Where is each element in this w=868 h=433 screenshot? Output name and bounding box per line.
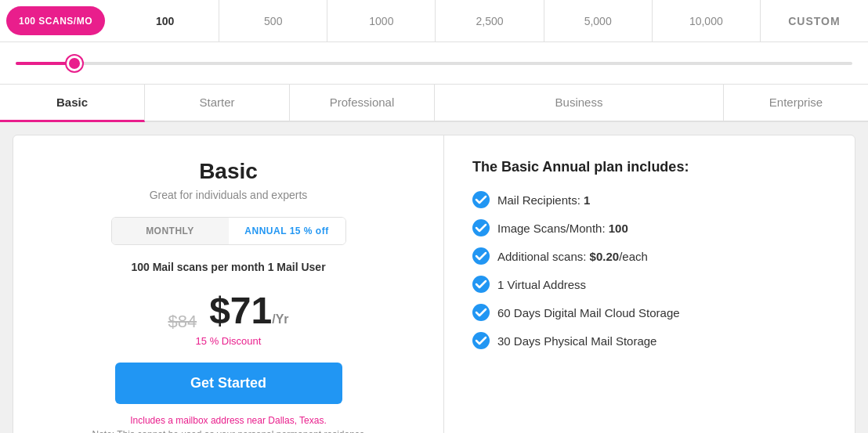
top-bar-item-1000[interactable]: 1000 [327,0,436,41]
check-icon-recipients [472,191,490,208]
tab-enterprise[interactable]: Enterprise [724,85,868,121]
scans-badge[interactable]: 100 SCANS/MO [6,6,105,35]
includes-title: The Basic Annual plan includes: [472,159,826,175]
check-icon-additional [472,247,490,265]
left-panel: Basic Great for individuals and experts … [13,135,444,433]
feature-text-address: 1 Virtual Address [497,278,586,291]
svg-point-3 [472,276,490,293]
feature-item-cloud: 60 Days Digital Mail Cloud Storage [472,304,826,321]
check-icon-address [472,276,490,293]
top-bar-item-2500[interactable]: 2,500 [436,0,544,41]
tab-basic[interactable]: Basic [0,85,145,122]
svg-point-5 [472,332,490,349]
feature-item-scans: Image Scans/Month: 100 [472,219,826,236]
price-period: /Yr [272,312,288,326]
top-bar-item-500[interactable]: 500 [219,0,327,41]
annual-label: ANNUAL [244,226,286,236]
top-bar-item-10000[interactable]: 10,000 [653,0,761,41]
plan-description: 100 Mail scans per month 1 Mail User [45,261,412,273]
slider-thumb[interactable] [67,56,82,71]
plan-subtitle: Great for individuals and experts [45,189,412,201]
discount-label: 15 % Discount [45,335,412,347]
billing-monthly[interactable]: MONTHLY [112,218,229,244]
top-bar: 100 SCANS/MO 100 500 1000 2,500 5,000 10… [0,0,868,42]
feature-text-additional: Additional scans: $0.20/each [497,250,648,263]
price-old: $84 [168,312,197,332]
feature-text-recipients: Mail Recipients: 1 [497,193,590,207]
residence-note: Note: This cannot be used as your person… [45,429,412,433]
check-icon-physical [472,332,490,349]
price-new: $71/Yr [209,289,288,332]
check-icon-cloud [472,304,490,321]
feature-item-address: 1 Virtual Address [472,276,826,293]
feature-list: Mail Recipients: 1 Image Scans/Month: 10… [472,191,826,349]
svg-point-2 [472,247,490,265]
get-started-button[interactable]: Get Started [115,363,342,404]
tab-starter[interactable]: Starter [145,85,290,121]
price-row: $84 $71/Yr [45,289,412,332]
svg-point-4 [472,304,490,321]
feature-text-scans: Image Scans/Month: 100 [497,222,628,235]
feature-item-additional: Additional scans: $0.20/each [472,247,826,265]
top-bar-item-custom[interactable]: CUSTOM [761,0,868,41]
billing-annual[interactable]: ANNUAL 15 % off [229,218,345,244]
slider-row [0,42,868,85]
slider-track[interactable] [16,62,852,65]
feature-item-recipients: Mail Recipients: 1 [472,191,826,208]
svg-point-1 [472,219,490,236]
right-panel: The Basic Annual plan includes: Mail Rec… [444,135,855,433]
slider-container [0,62,868,65]
tab-professional[interactable]: Professional [290,85,435,121]
plan-title: Basic [45,159,412,184]
address-note: Includes a mailbox address near Dallas, … [45,415,412,426]
check-icon-scans [472,219,490,236]
plan-tabs: Basic Starter Professional Business Ente… [0,85,868,122]
top-bar-item-5000[interactable]: 5,000 [544,0,653,41]
tab-business[interactable]: Business [435,85,724,121]
svg-point-0 [472,191,490,208]
feature-text-physical: 30 Days Physical Mail Storage [497,334,656,348]
annual-discount: 15 % off [290,226,329,236]
feature-text-cloud: 60 Days Digital Mail Cloud Storage [497,306,680,319]
top-bar-item-100[interactable]: 100 [111,0,219,41]
billing-toggle: MONTHLY ANNUAL 15 % off [111,217,346,245]
top-bar-items: 100 500 1000 2,500 5,000 10,000 CUSTOM [111,0,868,41]
slider-fill [16,62,74,65]
feature-item-physical: 30 Days Physical Mail Storage [472,332,826,349]
main-content: Basic Great for individuals and experts … [13,135,855,433]
